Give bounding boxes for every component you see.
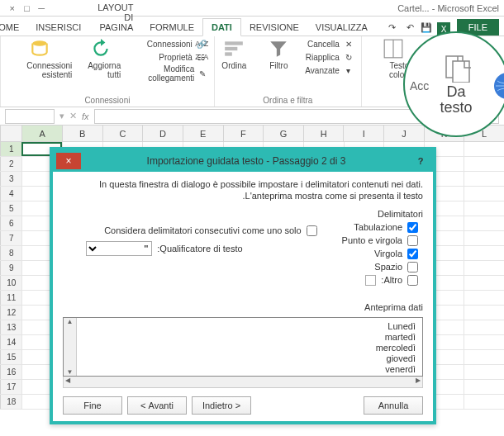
fx-label[interactable]: fx: [82, 111, 89, 121]
maximize-icon[interactable]: □: [20, 3, 30, 13]
aggiorna-button[interactable]: Aggiorna tutti: [80, 38, 121, 79]
consecutive-checkbox[interactable]: [307, 225, 317, 236]
scroll-right-icon[interactable]: ▶: [416, 377, 421, 387]
delim-tab[interactable]: Tabulazione: [342, 222, 418, 233]
delim-semicolon[interactable]: Punto e virgola: [342, 235, 418, 246]
cancella-button[interactable]: ✕Cancella: [305, 38, 354, 50]
back-button[interactable]: < Indietro: [192, 396, 251, 415]
preview-hscroll[interactable]: ▶◀: [63, 377, 423, 388]
scroll-left-icon[interactable]: ◀: [65, 377, 70, 387]
col-C[interactable]: C: [102, 126, 143, 141]
col-I[interactable]: I: [343, 126, 383, 141]
col-D[interactable]: D: [142, 126, 183, 141]
col-J[interactable]: J: [383, 126, 424, 141]
delim-other[interactable]: Altro:: [342, 275, 418, 286]
cell[interactable]: [464, 201, 504, 216]
tab-visualizza[interactable]: VISUALIZZA: [307, 19, 376, 36]
close-icon[interactable]: ×: [5, 3, 15, 13]
delim-tab-checkbox[interactable]: [407, 222, 418, 233]
row-header[interactable]: 4: [0, 187, 21, 201]
row-header[interactable]: 8: [0, 246, 21, 260]
row-header[interactable]: 18: [0, 395, 21, 409]
delim-space-checkbox[interactable]: [407, 262, 418, 272]
row-header[interactable]: 3: [0, 172, 21, 186]
cancel-button[interactable]: Annulla: [364, 396, 423, 415]
tab-formule[interactable]: FORMULE: [141, 19, 202, 36]
row-header[interactable]: 12: [0, 306, 21, 320]
row-header[interactable]: 2: [0, 157, 21, 171]
row-header[interactable]: 13: [0, 320, 21, 334]
avanzate-button[interactable]: ▾Avanzate: [305, 64, 354, 76]
col-E[interactable]: E: [183, 126, 223, 141]
save-icon[interactable]: 💾: [419, 22, 432, 36]
next-button[interactable]: Avanti >: [127, 396, 187, 415]
tab-layout[interactable]: LAYOUT DI PAGINA: [89, 0, 141, 36]
finish-button[interactable]: Fine: [63, 396, 122, 415]
col-B[interactable]: B: [62, 126, 102, 141]
cell[interactable]: [464, 187, 504, 201]
cell[interactable]: [464, 350, 504, 364]
delim-comma-checkbox[interactable]: [407, 249, 418, 259]
row-header[interactable]: 1: [0, 142, 21, 156]
qualifier-select[interactable]: ": [86, 241, 152, 256]
scroll-down-icon[interactable]: ▼: [67, 368, 74, 376]
select-all-corner[interactable]: [0, 126, 21, 141]
row-header[interactable]: 6: [0, 216, 21, 230]
tab-dati[interactable]: DATI: [202, 18, 241, 36]
cell[interactable]: [464, 306, 504, 320]
ordina-button[interactable]: Ordina: [216, 38, 252, 70]
undo-icon[interactable]: ↶: [401, 22, 414, 36]
tab-revisione[interactable]: REVISIONE: [241, 19, 307, 36]
row-header[interactable]: 16: [0, 365, 21, 379]
cell[interactable]: [464, 261, 504, 275]
cell[interactable]: [464, 365, 504, 379]
row-header[interactable]: 15: [0, 350, 21, 364]
tab-home[interactable]: HOME: [0, 19, 27, 36]
delim-other-checkbox[interactable]: [407, 275, 418, 286]
cell[interactable]: [464, 172, 504, 186]
from-text-icon[interactable]: [441, 53, 471, 83]
dialog-close-button[interactable]: ×: [56, 153, 81, 169]
cell[interactable]: [464, 395, 504, 409]
cell[interactable]: [464, 142, 504, 156]
connessioni-button[interactable]: 🔗Connessioni: [129, 38, 207, 50]
col-H[interactable]: H: [303, 126, 344, 141]
cell[interactable]: [464, 291, 504, 305]
cell[interactable]: [464, 246, 504, 260]
riapplica-button[interactable]: ↻Riapplica: [305, 51, 354, 63]
col-G[interactable]: G: [263, 126, 303, 141]
filtro-button[interactable]: Filtro: [260, 38, 297, 70]
name-box[interactable]: [5, 109, 55, 124]
fx-cancel-icon[interactable]: ✕: [69, 111, 77, 121]
scroll-up-icon[interactable]: ▲: [67, 318, 74, 325]
cell[interactable]: [464, 335, 504, 349]
col-F[interactable]: F: [223, 126, 264, 141]
delim-comma[interactable]: Virgola: [342, 249, 418, 259]
cell[interactable]: [464, 276, 504, 290]
row-header[interactable]: 5: [0, 201, 21, 216]
delim-semicolon-checkbox[interactable]: [407, 235, 418, 246]
row-header[interactable]: 14: [0, 335, 21, 349]
redo-icon[interactable]: ↷: [383, 22, 396, 36]
tab-inserisci[interactable]: INSERISCI: [27, 19, 89, 36]
connessioni-esistenti-button[interactable]: Connessioni esistenti: [7, 38, 72, 79]
delim-other-input[interactable]: [365, 275, 376, 286]
proprieta-button[interactable]: ☷Proprietà: [129, 51, 207, 63]
fx-dropdown-icon[interactable]: ▾: [59, 111, 64, 121]
cell[interactable]: [464, 157, 504, 171]
modifica-button[interactable]: ✎Modifica collegamenti: [129, 64, 207, 83]
cell[interactable]: [464, 380, 504, 394]
row-header[interactable]: 7: [0, 231, 21, 245]
row-header[interactable]: 11: [0, 291, 21, 305]
preview-vscroll[interactable]: ▲▼: [64, 318, 77, 376]
row-header[interactable]: 10: [0, 276, 21, 290]
cell[interactable]: [464, 216, 504, 230]
col-A[interactable]: A: [21, 126, 62, 141]
consecutive-checkbox-row[interactable]: Considera delimitatori consecutivi come …: [86, 225, 316, 236]
minimize-icon[interactable]: ─: [35, 3, 45, 13]
delim-space[interactable]: Spazio: [342, 262, 418, 272]
row-header[interactable]: 9: [0, 261, 21, 275]
row-header[interactable]: 17: [0, 380, 21, 394]
dialog-help-button[interactable]: ?: [411, 156, 430, 166]
cell[interactable]: [464, 320, 504, 334]
